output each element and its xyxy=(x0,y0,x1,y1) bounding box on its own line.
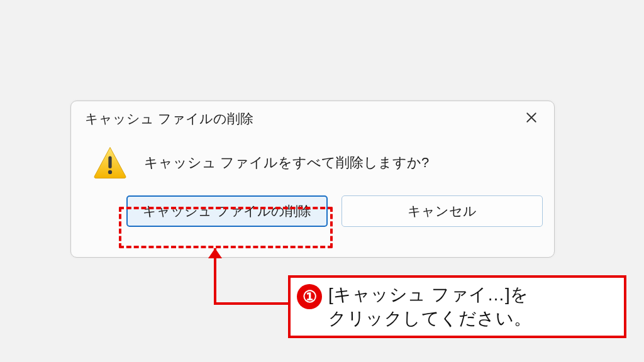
dialog-titlebar: キャッシュ ファイルの削除 xyxy=(71,101,554,133)
svg-rect-0 xyxy=(108,156,111,168)
instruction-callout: ① [キャッシュ ファイ…]を クリックしてください。 xyxy=(288,275,626,338)
svg-point-1 xyxy=(108,170,112,174)
close-button[interactable] xyxy=(523,110,540,128)
warning-icon xyxy=(92,145,128,180)
dialog-buttons: キャッシュ ファイルの削除 キャンセル xyxy=(71,183,554,227)
annotation-arrow-horizontal xyxy=(214,302,294,305)
close-icon xyxy=(526,112,537,126)
cancel-button[interactable]: キャンセル xyxy=(341,195,543,227)
cancel-button-label: キャンセル xyxy=(408,202,477,220)
dialog-message: キャッシュ ファイルをすべて削除しますか? xyxy=(144,153,429,172)
delete-cache-button[interactable]: キャッシュ ファイルの削除 xyxy=(126,195,328,227)
confirm-dialog: キャッシュ ファイルの削除 キャッシュ ファイルをすべて削除しますか? xyxy=(70,101,555,258)
delete-cache-button-label: キャッシュ ファイルの削除 xyxy=(143,202,311,220)
dialog-body: キャッシュ ファイルをすべて削除しますか? xyxy=(71,133,554,183)
dialog-title: キャッシュ ファイルの削除 xyxy=(85,110,253,128)
step-number-badge: ① xyxy=(297,284,322,309)
instruction-text: [キャッシュ ファイ…]を クリックしてください。 xyxy=(328,283,532,331)
